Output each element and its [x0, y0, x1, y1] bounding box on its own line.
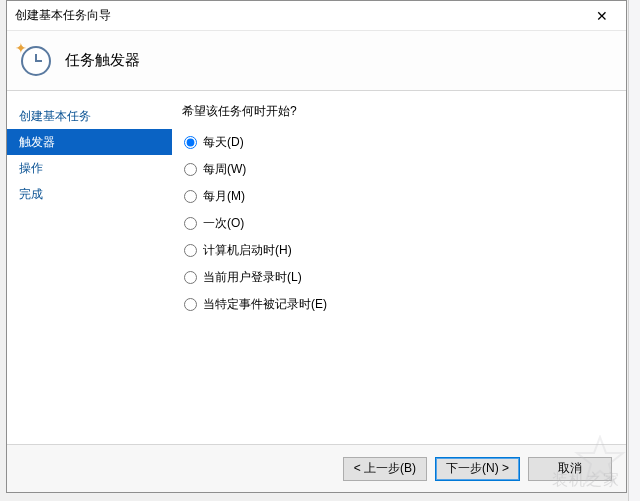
- radio-weekly[interactable]: [184, 163, 197, 176]
- new-sparkle-icon: ✦: [15, 40, 27, 56]
- trigger-option-once[interactable]: 一次(O): [184, 215, 606, 232]
- wizard-dialog: 创建基本任务向导 ✕ ✦ 任务触发器 创建基本任务 触发器 操作 完成 希望该任…: [6, 0, 627, 493]
- wizard-sidebar: 创建基本任务 触发器 操作 完成: [7, 91, 172, 444]
- close-icon: ✕: [596, 8, 608, 24]
- sidebar-item-finish[interactable]: 完成: [7, 181, 172, 207]
- back-button[interactable]: < 上一步(B): [343, 457, 427, 481]
- wizard-header: ✦ 任务触发器: [7, 31, 626, 91]
- radio-label: 当前用户登录时(L): [203, 269, 302, 286]
- trigger-options: 每天(D) 每周(W) 每月(M) 一次(O) 计算机启动时(H): [182, 134, 606, 313]
- radio-label: 计算机启动时(H): [203, 242, 292, 259]
- trigger-option-startup[interactable]: 计算机启动时(H): [184, 242, 606, 259]
- radio-startup[interactable]: [184, 244, 197, 257]
- radio-monthly[interactable]: [184, 190, 197, 203]
- radio-label: 每天(D): [203, 134, 244, 151]
- titlebar: 创建基本任务向导 ✕: [7, 1, 626, 31]
- trigger-option-weekly[interactable]: 每周(W): [184, 161, 606, 178]
- wizard-main: 希望该任务何时开始? 每天(D) 每周(W) 每月(M) 一次(O): [172, 91, 626, 444]
- window-edge: [628, 0, 640, 501]
- radio-label: 每月(M): [203, 188, 245, 205]
- sidebar-item-action[interactable]: 操作: [7, 155, 172, 181]
- trigger-option-event[interactable]: 当特定事件被记录时(E): [184, 296, 606, 313]
- trigger-option-logon[interactable]: 当前用户登录时(L): [184, 269, 606, 286]
- clock-icon: ✦: [21, 46, 51, 76]
- sidebar-item-trigger[interactable]: 触发器: [7, 129, 172, 155]
- close-button[interactable]: ✕: [580, 2, 624, 30]
- wizard-step-title: 任务触发器: [65, 51, 140, 70]
- radio-once[interactable]: [184, 217, 197, 230]
- radio-label: 一次(O): [203, 215, 244, 232]
- radio-logon[interactable]: [184, 271, 197, 284]
- trigger-option-monthly[interactable]: 每月(M): [184, 188, 606, 205]
- radio-label: 当特定事件被记录时(E): [203, 296, 327, 313]
- next-button[interactable]: 下一步(N) >: [435, 457, 520, 481]
- window-title: 创建基本任务向导: [15, 7, 580, 24]
- radio-label: 每周(W): [203, 161, 246, 178]
- sidebar-item-create-task[interactable]: 创建基本任务: [7, 103, 172, 129]
- trigger-prompt: 希望该任务何时开始?: [182, 103, 606, 120]
- trigger-option-daily[interactable]: 每天(D): [184, 134, 606, 151]
- wizard-body: 创建基本任务 触发器 操作 完成 希望该任务何时开始? 每天(D) 每周(W) …: [7, 91, 626, 444]
- radio-event[interactable]: [184, 298, 197, 311]
- cancel-button[interactable]: 取消: [528, 457, 612, 481]
- radio-daily[interactable]: [184, 136, 197, 149]
- wizard-footer: < 上一步(B) 下一步(N) > 取消: [7, 444, 626, 492]
